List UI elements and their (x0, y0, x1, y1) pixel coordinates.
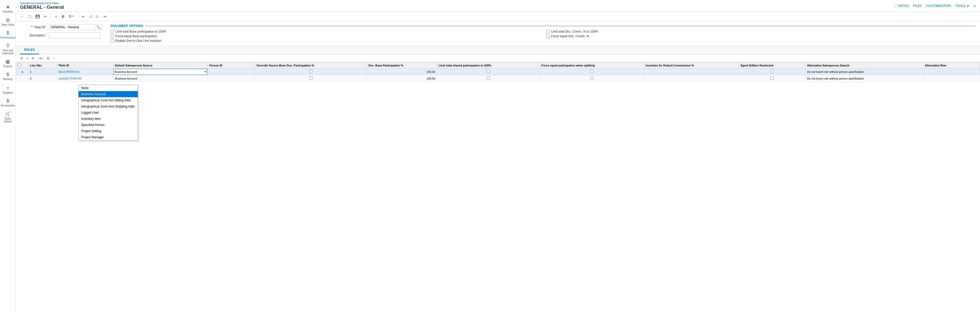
col-force-equal-splitting: Force equal participation when splitting (540, 62, 644, 68)
sidebar-item-finance[interactable]: ▦ Finance (0, 57, 16, 70)
limit-doc-comm-checkbox[interactable] (546, 30, 550, 33)
row2-override-checkbox[interactable] (309, 76, 312, 80)
grid-fit-columns-button[interactable]: ⊣⊢ (37, 56, 45, 61)
row1-default-salesperson-source[interactable]: Business Account ▾ (113, 68, 208, 75)
tools-button[interactable]: TOOLS ▼ (955, 4, 969, 8)
save-outline-button[interactable]: ⬚ (27, 14, 33, 19)
force-equal-base-row: Force equal Base participation (110, 34, 540, 38)
notes-button[interactable]: 📄 NOTES (894, 4, 909, 8)
header-left: Salesperson Assignment Maps GENERAL - Ge… (20, 2, 64, 10)
save-button[interactable]: 💾 (34, 14, 41, 19)
customization-button[interactable]: CUSTOMIZATION (926, 4, 951, 8)
row1-force-equal-checkbox[interactable] (590, 70, 593, 73)
header-actions: 📄 NOTES FILES CUSTOMIZATION TOOLS ▼ ∧ (894, 4, 976, 8)
force-equal-doc-row: Force equal Doc. Comm. % (546, 34, 976, 38)
col-agent-edition-restricted: Agent Edition Restricted (739, 62, 805, 68)
map-id-input-wrapper: 🔍 (49, 24, 102, 30)
row2-override (255, 75, 367, 82)
prev-button[interactable]: ◁ (88, 14, 93, 19)
row2-incentive[interactable] (644, 75, 738, 82)
sidebar-item-receivables[interactable]: $ Receivables (0, 96, 16, 109)
dropdown-item-specified-person[interactable]: Specified Person (79, 122, 138, 128)
sidebar-item-banking[interactable]: $ Banking (0, 70, 16, 82)
map-id-search-button[interactable]: 🔍 (95, 24, 102, 30)
row2-limit-total-checkbox[interactable] (487, 76, 490, 80)
table-row: 2 LEADACTIVATOR Business Account 100.00 (16, 75, 980, 82)
limit-doc-comm-row: Limit total Doc. Comm. % to 100% (546, 30, 976, 33)
first-button[interactable]: ⇤ (81, 14, 86, 19)
row2-force-equal-checkbox[interactable] (590, 76, 593, 80)
copy-button[interactable]: ⧉ ▾ (68, 13, 75, 19)
description-input[interactable]: General (49, 32, 100, 38)
dropdown-item-project-setting[interactable]: Project Setting (79, 128, 138, 134)
row1-agent-restricted-checkbox[interactable] (770, 70, 774, 73)
row2-role-id[interactable]: LEADACTIVATOR (57, 75, 113, 82)
breadcrumb[interactable]: Salesperson Assignment Maps (20, 2, 64, 5)
undo-button[interactable]: ↩ (43, 14, 48, 19)
dropdown-item-project-manager[interactable]: Project Manager (79, 134, 138, 140)
row1-override-checkbox[interactable] (309, 70, 312, 73)
finance-icon: ▦ (6, 59, 10, 64)
dropdown-item-inventory-item[interactable]: Inventory Item (79, 116, 138, 122)
tab-roles[interactable]: ROLES (20, 46, 39, 54)
grid-add-button[interactable]: + (25, 56, 29, 61)
row2-line: 2 (28, 75, 57, 82)
collapse-panel-button[interactable]: ∧ (974, 4, 976, 8)
row2-agent-restricted-checkbox[interactable] (770, 76, 774, 80)
col-incentive-default: Incentive for Default Commission % (644, 62, 738, 68)
back-button[interactable]: ← (19, 14, 25, 19)
row2-alt-search: Do not insert role without person specif… (805, 75, 923, 82)
enable-one-to-one-checkbox[interactable] (110, 39, 114, 43)
select-all-checkbox[interactable] (18, 63, 21, 67)
force-equal-doc-checkbox[interactable] (546, 35, 550, 38)
grid-delete-button[interactable]: ✕ (30, 56, 35, 61)
limit-base-checkbox[interactable] (110, 30, 114, 33)
row1-limit-total-checkbox[interactable] (487, 70, 490, 73)
dropdown-item-business-account[interactable]: Business Account (79, 91, 138, 97)
row2-default-salesperson-source[interactable]: Business Account (113, 75, 208, 82)
row2-alt-row (923, 75, 980, 82)
sidebar-item-data-views[interactable]: ⊞ Data Views (0, 15, 16, 28)
enable-one-to-one-row: Enable One-to-One Line Insertion (110, 39, 540, 43)
dropdown-item-none[interactable]: None (79, 85, 138, 91)
dropdown-item-logged-user[interactable]: Logged User (79, 109, 138, 116)
last-button[interactable]: ⇥ (102, 14, 107, 19)
sidebar-item-favorites[interactable]: ★ Favorites (0, 2, 16, 15)
map-id-input[interactable] (49, 24, 95, 30)
sidebar-item-time-expenses[interactable]: ⏱ Time and Expenses (0, 41, 16, 57)
col-alt-row: Alternative Row (923, 62, 980, 68)
delete-button[interactable]: 🗑 (60, 14, 66, 19)
sidebar-item-label: Payables (3, 91, 13, 94)
row1-person-id[interactable] (208, 68, 255, 75)
force-equal-base-checkbox[interactable] (110, 35, 114, 38)
grid-refresh-button[interactable]: ↺ (19, 56, 24, 61)
commissions-icon: $ (6, 30, 9, 36)
row1-incentive[interactable] (644, 68, 738, 75)
sidebar-item-sales-orders[interactable]: 🛒 Sales Orders (0, 109, 16, 125)
files-button[interactable]: FILES (913, 4, 922, 8)
col-person-id: Person ID (208, 62, 255, 68)
roles-table-container: Line Nbr. *Role ID Default Salesperson S… (16, 62, 980, 312)
grid-export-button[interactable]: ⊟ (46, 56, 51, 61)
add-button[interactable]: + (54, 14, 58, 19)
main-toolbar: ← ⬚ 💾 ↩ + 🗑 ⧉ ▾ ⇤ ◁ ▷ ⇥ (16, 12, 980, 21)
row2-person-id[interactable] (208, 75, 255, 82)
description-label: Description: (20, 33, 46, 37)
row2-force-equal (540, 75, 644, 82)
grid-upload-button[interactable]: ↑ (52, 56, 56, 61)
roles-table: Line Nbr. *Role ID Default Salesperson S… (16, 62, 980, 82)
next-button[interactable]: ▷ (95, 14, 100, 19)
dropdown-item-geo-shipping[interactable]: Geographical Zone from Shipping Addr. (79, 103, 138, 109)
leadactivator-link[interactable]: LEADACTIVATOR (58, 77, 81, 80)
dropdown-item-geo-billing[interactable]: Geographical Zone from Billing Addr. (79, 97, 138, 103)
salesperson-link[interactable]: SALESPERSON (58, 70, 80, 73)
row2-agent-restricted (739, 75, 805, 82)
document-options-checkboxes: Limit total Base participation to 100% L… (110, 30, 976, 43)
row1-role-id[interactable]: SALESPERSON (57, 68, 113, 75)
sidebar-item-payables[interactable]: ＋ Payables (0, 82, 16, 96)
sidebar-item-commissions[interactable]: $ Commissions (0, 28, 16, 41)
source-dropdown: None Business Account Geographical Zone … (78, 85, 138, 141)
sidebar: ★ Favorites ⊞ Data Views $ Commissions ⏱… (0, 0, 16, 312)
notes-icon: 📄 (894, 4, 897, 8)
col-role-id: *Role ID (57, 62, 113, 68)
